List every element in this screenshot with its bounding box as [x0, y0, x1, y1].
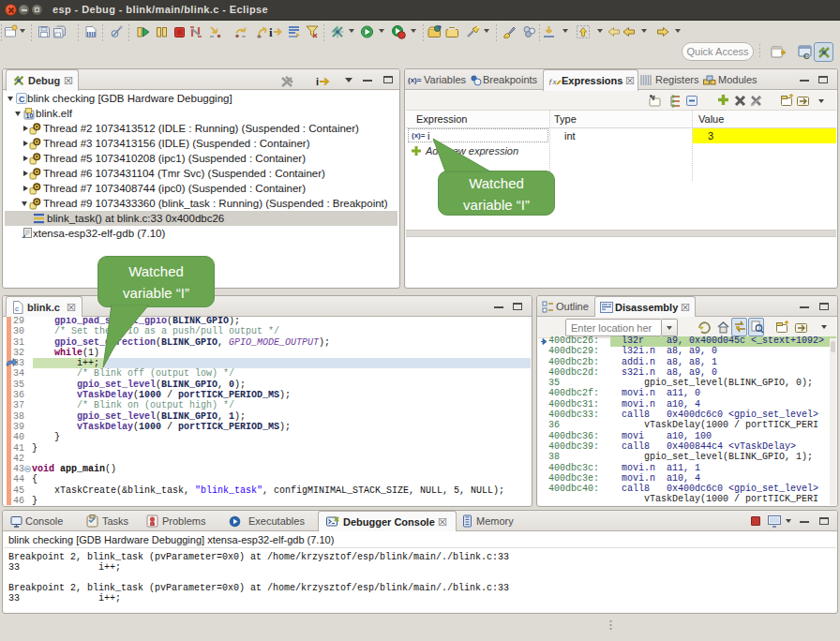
svg-text:i: i	[316, 76, 319, 87]
svg-text:c: c	[15, 305, 19, 313]
svg-text:10: 10	[26, 112, 34, 119]
svg-text:ƒx: ƒx	[548, 77, 557, 86]
svg-text:i: i	[269, 25, 273, 39]
svg-text:C: C	[19, 95, 25, 104]
svg-text:C: C	[803, 52, 810, 60]
